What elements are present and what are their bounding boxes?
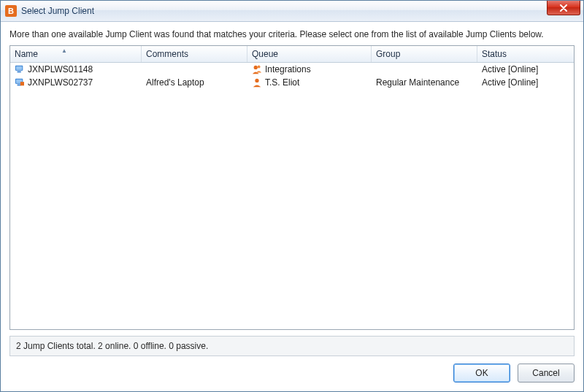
close-icon <box>559 4 568 12</box>
close-button[interactable] <box>547 1 580 15</box>
column-header-status[interactable]: Status <box>477 46 574 62</box>
queue-person-icon <box>252 77 262 88</box>
cancel-button[interactable]: Cancel <box>518 364 575 383</box>
cell-text: Active [Online] <box>482 77 538 88</box>
svg-rect-1 <box>16 66 23 70</box>
titlebar: B Select Jump Client <box>1 1 583 22</box>
client-icon <box>15 78 25 87</box>
dialog-body: More than one available Jump Client was … <box>1 22 583 391</box>
cell-name: JXNPLWS02737 <box>10 77 142 88</box>
table-row[interactable]: JXNPLWS02737 Alfred's Laptop T.S. Eliot … <box>10 76 574 89</box>
button-label: OK <box>475 368 488 378</box>
column-label: Group <box>376 49 400 59</box>
status-text: 2 Jump Clients total. 2 online. 0 offlin… <box>16 341 208 351</box>
app-icon: B <box>5 5 17 17</box>
button-row: OK Cancel <box>9 364 575 383</box>
svg-rect-8 <box>20 82 24 85</box>
cell-status: Active [Online] <box>477 77 574 88</box>
column-label: Name <box>15 49 38 59</box>
column-header-comments[interactable]: Comments <box>142 46 247 62</box>
column-header-queue[interactable]: Queue <box>247 46 372 62</box>
cell-comments: Alfred's Laptop <box>142 77 247 88</box>
cell-text: Integrations <box>265 64 311 74</box>
svg-point-9 <box>255 79 258 82</box>
cell-queue: T.S. Eliot <box>247 77 372 88</box>
grid-header: Name ▲ Comments Queue Group Status <box>10 46 574 63</box>
client-icon <box>15 65 25 74</box>
client-grid: Name ▲ Comments Queue Group Status <box>9 45 575 330</box>
dialog-window: B Select Jump Client More than one avail… <box>0 0 584 392</box>
column-label: Queue <box>252 49 278 59</box>
status-bar: 2 Jump Clients total. 2 online. 0 offlin… <box>9 336 575 356</box>
cell-group: Regular Maintenance <box>372 77 477 88</box>
cell-name: JXNPLWS01148 <box>10 64 142 74</box>
instruction-text: More than one available Jump Client was … <box>9 29 575 39</box>
cell-text: T.S. Eliot <box>265 77 299 88</box>
cell-text: Active [Online] <box>482 64 538 74</box>
svg-rect-2 <box>18 72 21 73</box>
window-title: Select Jump Client <box>21 6 94 16</box>
queue-people-icon <box>252 64 262 74</box>
cell-status: Active [Online] <box>477 64 574 74</box>
table-row[interactable]: JXNPLWS01148 Integrations <box>10 63 574 76</box>
svg-point-4 <box>258 66 261 69</box>
cell-text: JXNPLWS01148 <box>28 64 93 74</box>
cell-text: JXNPLWS02737 <box>28 77 93 88</box>
column-label: Comments <box>146 49 188 59</box>
cell-text: Alfred's Laptop <box>146 77 204 88</box>
svg-point-3 <box>254 66 258 69</box>
cell-text: Regular Maintenance <box>376 77 459 88</box>
cell-queue: Integrations <box>247 64 372 74</box>
column-header-group[interactable]: Group <box>372 46 477 62</box>
column-label: Status <box>482 49 507 59</box>
sort-ascending-icon: ▲ <box>61 47 67 54</box>
button-label: Cancel <box>532 368 559 378</box>
grid-body: JXNPLWS01148 Integrations <box>10 63 574 329</box>
ok-button[interactable]: OK <box>453 364 510 383</box>
column-header-name[interactable]: Name ▲ <box>10 46 142 62</box>
